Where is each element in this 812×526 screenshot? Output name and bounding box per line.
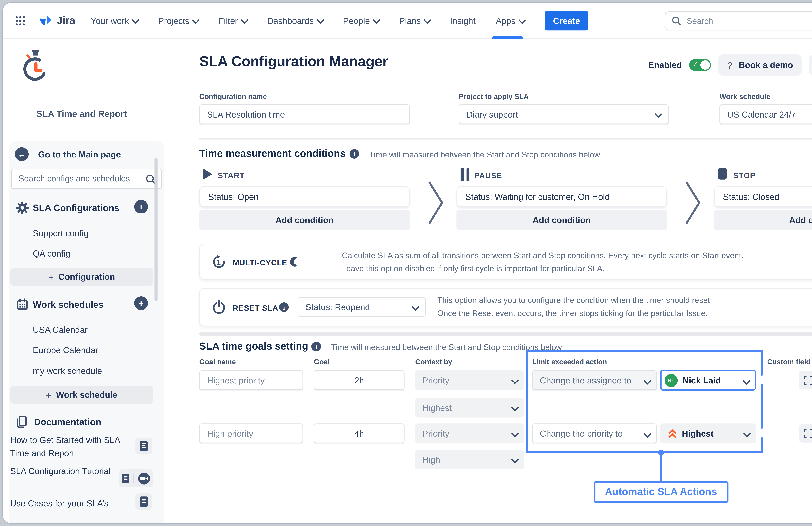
context-by-select-1[interactable]: Priority — [415, 370, 524, 390]
start-condition-box[interactable]: Status: Open — [199, 186, 410, 207]
nav-item-insight[interactable]: Insight — [450, 3, 476, 39]
sidebar-panel: Go to the Main page Search configs and s… — [9, 142, 164, 524]
add-work-schedule-button[interactable]: Work schedule — [10, 386, 153, 404]
gear-icon — [16, 202, 29, 214]
jira-logo-icon — [38, 13, 53, 28]
start-play-icon — [203, 169, 213, 179]
documents-copy-icon — [15, 415, 29, 429]
chevron-down-icon — [743, 377, 750, 384]
goal-name-input-1[interactable]: Highest priority — [199, 370, 303, 390]
reset-sla-description-1: This option allows you to configure the … — [437, 296, 712, 305]
sidebar-item-qa-config[interactable]: QA config — [33, 249, 70, 258]
chevron-down-icon — [373, 16, 380, 24]
goal-name-input-2[interactable]: High priority — [199, 423, 303, 443]
doc-link-configuration-tutorial[interactable]: SLA Configuration Tutorial — [10, 465, 112, 478]
sidebar-item-support-config[interactable]: Support config — [33, 229, 89, 238]
add-configuration-icon-button[interactable] — [134, 200, 148, 214]
project-select[interactable]: Diary support — [459, 104, 669, 124]
sidebar-scrollbar[interactable] — [155, 158, 157, 301]
goal-input-2[interactable]: 4h — [314, 423, 404, 443]
expand-button-1[interactable] — [799, 371, 812, 390]
col-context-by: Context by — [415, 358, 452, 366]
sidebar-search-input[interactable]: Search configs and schedules — [11, 169, 162, 189]
configuration-name-input[interactable]: SLA Resolution time — [199, 104, 410, 124]
enabled-label: Enabled — [648, 60, 682, 70]
time-conditions-description: Time will measured between the Start and… — [369, 150, 600, 159]
start-add-condition-button[interactable]: Add condition — [199, 210, 410, 230]
info-icon[interactable]: i — [350, 149, 359, 159]
add-configuration-button[interactable]: Configuration — [10, 268, 153, 286]
nav-item-dashboards[interactable]: Dashboards — [267, 3, 323, 39]
chevron-down-icon — [511, 404, 518, 411]
stop-add-condition-button[interactable]: Add condition — [714, 210, 812, 230]
plus-icon — [48, 272, 54, 282]
add-schedule-icon-button[interactable] — [134, 296, 148, 310]
nav-item-filter[interactable]: Filter — [219, 3, 247, 39]
automatic-sla-actions-annotation: Automatic SLA Actions — [594, 481, 728, 502]
info-icon[interactable]: i — [311, 342, 321, 351]
app-switcher-grid-icon[interactable] — [15, 15, 26, 26]
expand-button-2[interactable] — [799, 424, 812, 442]
reset-sla-select[interactable]: Status: Reopend — [298, 297, 426, 317]
chevron-down-icon — [743, 429, 750, 437]
doc-link-use-cases[interactable]: Use Cases for your SLA’s — [10, 497, 129, 510]
context-value-select-1[interactable]: Highest — [415, 398, 524, 418]
calendar-icon — [16, 298, 29, 311]
document-icon[interactable] — [122, 473, 130, 483]
sidebar-item-my-work-schedule[interactable]: my work schedule — [33, 366, 102, 376]
nav-item-plans[interactable]: Plans — [399, 3, 430, 39]
book-a-demo-button[interactable]: Book a demo — [718, 54, 802, 76]
global-search-input[interactable]: Search — [665, 11, 812, 30]
multi-cycle-icon: 1 — [211, 254, 227, 272]
pause-condition-box[interactable]: Status: Waiting for customer, On Hold — [456, 186, 667, 207]
top-navigation: Jira Your work Projects Filter Dashboard… — [3, 3, 812, 39]
col-limit-action: Limit exceeded action — [532, 358, 607, 366]
search-placeholder: Search — [687, 16, 713, 25]
nav-item-your-work[interactable]: Your work — [91, 3, 138, 39]
chevron-down-icon — [424, 16, 431, 24]
pause-add-condition-button[interactable]: Add condition — [456, 210, 667, 230]
documentation-title: Documentation — [34, 417, 101, 428]
chevron-down-icon — [132, 16, 140, 24]
check-icon: ✓ — [774, 375, 779, 383]
enabled-toggle[interactable]: ✓ — [689, 59, 711, 71]
chevron-down-icon — [241, 16, 248, 24]
info-icon[interactable]: i — [279, 302, 289, 312]
limit-action-select-1[interactable]: Change the assignee to — [532, 370, 657, 390]
go-to-main-page-link[interactable]: Go to the Main page — [15, 147, 121, 161]
start-label: START — [218, 171, 245, 180]
pause-icon — [461, 168, 469, 181]
create-button[interactable]: Create — [545, 11, 589, 30]
divider — [199, 138, 812, 139]
context-value-select-2[interactable]: High — [415, 450, 524, 469]
doc-article-button[interactable] — [135, 493, 152, 510]
work-schedule-select[interactable]: US Calendar 24/7 — [720, 104, 812, 124]
stop-icon — [718, 168, 727, 179]
assignee-select-1[interactable]: NL Nick Laid — [661, 370, 756, 391]
limit-action-select-2[interactable]: Change the priority to — [532, 423, 657, 443]
nav-item-projects[interactable]: Projects — [158, 3, 199, 39]
pause-label: PAUSE — [474, 171, 502, 180]
context-by-select-2[interactable]: Priority — [415, 423, 524, 443]
back-arrow-icon — [15, 147, 29, 161]
video-icon[interactable] — [138, 472, 150, 485]
chevron-down-icon — [192, 16, 200, 24]
setup-wizard-button[interactable]: Setup Wizard — [809, 54, 812, 76]
jira-logo[interactable]: Jira — [38, 13, 75, 28]
expand-icon — [803, 428, 812, 438]
sla-app-logo-icon — [21, 49, 49, 85]
doc-link-get-started[interactable]: How to Get Started with SLA Time and Rep… — [10, 434, 129, 460]
nav-item-apps[interactable]: Apps — [496, 3, 524, 39]
nav-item-people[interactable]: People — [343, 3, 379, 39]
sidebar-item-europe-calendar[interactable]: Europe Calendar — [33, 345, 98, 355]
sidebar-item-usa-calendar[interactable]: USA Calendar — [33, 325, 88, 335]
priority-value-select-2[interactable]: Highest — [661, 423, 756, 443]
stop-condition-box[interactable]: Status: Closed — [714, 186, 812, 207]
active-tab-underline — [492, 36, 523, 39]
goal-input-1[interactable]: 2h — [314, 370, 404, 390]
svg-text:1: 1 — [217, 258, 220, 266]
doc-article-button[interactable] — [135, 438, 152, 454]
plus-icon — [46, 390, 51, 400]
screenshot-stage: Jira Your work Projects Filter Dashboard… — [0, 0, 812, 526]
reset-sla-card: RESET SLA i Status: Reopend This option … — [199, 288, 812, 326]
